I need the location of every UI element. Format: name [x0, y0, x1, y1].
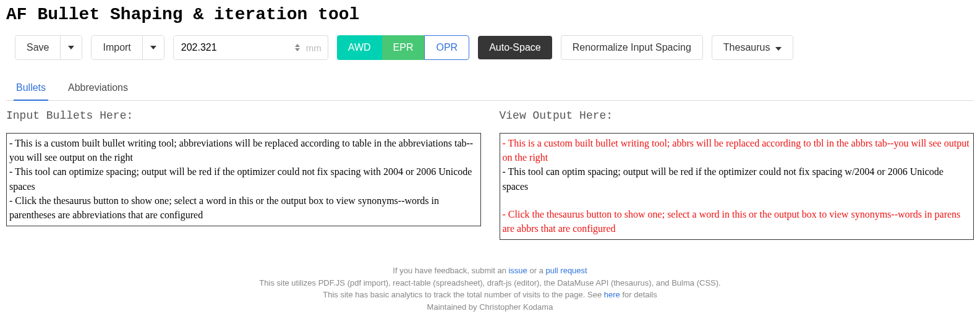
footer-text: or a [527, 266, 546, 275]
width-unit-label: mm [300, 43, 328, 53]
save-group: Save [15, 35, 82, 60]
output-line: - This tool can optim spacing; output wi… [503, 164, 971, 193]
save-dropdown-button[interactable] [60, 36, 82, 59]
thesaurus-label: Thesaurus [723, 42, 770, 53]
footer-text: for details [620, 290, 657, 299]
renormalize-button[interactable]: Renormalize Input Spacing [561, 35, 703, 60]
seg-opr-button[interactable]: OPR [424, 35, 469, 60]
footer-text: Maintained by Christopher Kodama [6, 301, 974, 313]
tabs: Bullets Abbreviations [6, 77, 974, 101]
footer: If you have feedback, submit an issue or… [6, 265, 974, 313]
page-title: AF Bullet Shaping & iteration tool [6, 5, 974, 24]
output-panel: View Output Here: - This is a custom bui… [500, 109, 974, 240]
output-line [503, 194, 971, 207]
footer-text: This site utilizes PDF.JS (pdf import), … [6, 277, 974, 289]
footer-text: This site has basic analytics to track t… [323, 290, 604, 299]
seg-awd-button[interactable]: AWD [337, 35, 382, 60]
toolbar: Save Import mm AWD EPR OPR Auto-Space Re… [15, 35, 974, 60]
number-spinner [295, 44, 300, 51]
issue-link[interactable]: issue [508, 266, 527, 275]
chevron-down-icon [775, 47, 782, 51]
output-line: - This is a custom built bullet writing … [503, 136, 971, 164]
seg-epr-button[interactable]: EPR [382, 35, 425, 60]
width-input-group: mm [173, 35, 328, 60]
pull-request-link[interactable]: pull request [545, 266, 587, 275]
footer-text: If you have feedback, submit an [393, 266, 508, 275]
spinner-down-icon[interactable] [295, 48, 300, 51]
import-dropdown-button[interactable] [142, 36, 164, 59]
tab-bullets[interactable]: Bullets [14, 77, 48, 101]
form-type-segment: AWD EPR OPR [337, 35, 469, 60]
autospace-button[interactable]: Auto-Space [478, 36, 552, 59]
import-group: Import [91, 35, 164, 60]
save-button[interactable]: Save [15, 36, 60, 59]
thesaurus-button[interactable]: Thesaurus [712, 35, 793, 60]
input-panel: Input Bullets Here: - This is a custom b… [6, 109, 481, 240]
output-editor[interactable]: - This is a custom built bullet writing … [500, 133, 974, 240]
output-line: - Click the thesaurus button to show one… [503, 207, 971, 236]
input-editor[interactable]: - This is a custom built bullet writing … [6, 133, 481, 226]
spinner-up-icon[interactable] [295, 44, 300, 47]
width-input[interactable] [174, 36, 291, 59]
analytics-link[interactable]: here [604, 290, 620, 299]
tab-abbreviations[interactable]: Abbreviations [66, 77, 130, 101]
panels: Input Bullets Here: - This is a custom b… [6, 109, 974, 240]
input-label: Input Bullets Here: [6, 109, 481, 122]
chevron-down-icon [150, 46, 156, 49]
output-label: View Output Here: [500, 109, 974, 122]
chevron-down-icon [68, 46, 74, 49]
import-button[interactable]: Import [92, 36, 142, 59]
